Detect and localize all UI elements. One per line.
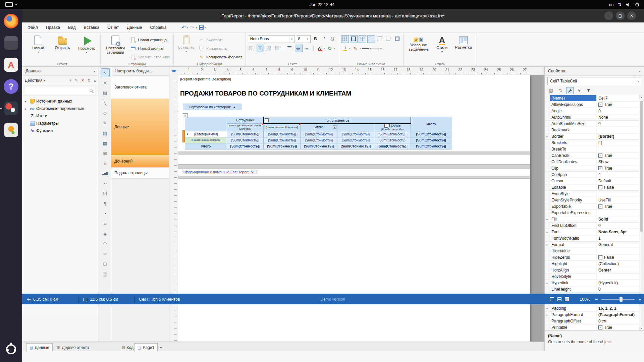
undo-dropdown-icon[interactable]: ▾	[187, 26, 189, 29]
property-value[interactable]: ✓True	[597, 102, 639, 108]
property-row-Bookmark[interactable]: Bookmark	[545, 127, 639, 133]
border-bottom-button[interactable]	[385, 35, 392, 43]
property-row-FirstTabOffset[interactable]: FirstTabOffset0	[545, 223, 639, 229]
dock-item-help[interactable]: ?	[3, 78, 19, 95]
properties-view-icon[interactable]	[566, 87, 574, 94]
preview-dropdown-icon[interactable]: ▾	[86, 52, 87, 54]
property-value[interactable]: [,]	[597, 140, 639, 146]
matrix-sum-cell[interactable]: [Sum(Стоимость)]	[337, 137, 374, 143]
checkbox-icon[interactable]: ✓	[598, 204, 602, 208]
paste-dropdown-icon[interactable]: ▾	[185, 51, 187, 53]
matrix-sum-cell[interactable]: [Sum(Стоимость)]	[227, 131, 264, 137]
property-value[interactable]: Cell7	[597, 95, 639, 101]
line-color-dropdown-icon[interactable]: ▾	[360, 47, 361, 50]
redo-dropdown-icon[interactable]: ▾	[196, 26, 197, 29]
property-value[interactable]: Noto Sans, 8pt	[597, 229, 639, 235]
continuous-view-icon[interactable]	[557, 297, 561, 301]
matrix-total-sum-cell[interactable]: [Sum(Стоимость)]	[337, 143, 374, 149]
property-row-HideZeros[interactable]: HideZerosFalse	[545, 254, 639, 261]
tree-item-variables[interactable]: ▸varСистемные переменные	[22, 105, 99, 112]
categorized-view-icon[interactable]: ▤	[547, 87, 555, 94]
expand-icon[interactable]: ▸	[545, 229, 550, 235]
menu-Справка[interactable]: Справка	[146, 22, 170, 33]
property-row-ParagraphFormat[interactable]: ▸ParagraphFormat(ParagraphFormat)	[545, 312, 639, 318]
barcode-tool[interactable]: |||	[101, 159, 110, 168]
open-report-button[interactable]: Открыть	[51, 35, 74, 60]
valign-center-button[interactable]	[295, 45, 303, 52]
zoom-slider[interactable]	[601, 299, 635, 300]
property-row-Hyperlink[interactable]: ▸Hyperlink(Hyperlink)	[545, 280, 639, 286]
table-tool[interactable]: ▦	[101, 139, 110, 147]
actions-dropdown-icon[interactable]: ▾	[44, 79, 46, 82]
align-center-button[interactable]	[257, 45, 264, 52]
property-row-Padding[interactable]: ▸Padding16, 1, 2, 1	[545, 305, 639, 312]
expand-icon[interactable]: ▸	[545, 216, 550, 222]
matrix-sum-cell[interactable]: [Sum(Стоимость)]	[301, 137, 337, 143]
band-page-footer[interactable]: Подвал страницы	[111, 168, 169, 179]
property-row-AllowExpressions[interactable]: AllowExpressions✓True	[545, 102, 639, 108]
font-size-select[interactable]: 8▾	[296, 35, 311, 43]
matrix-grand-total-header-cell[interactable]: Итого	[411, 117, 451, 131]
property-value[interactable]: 0	[597, 286, 639, 292]
property-value[interactable]	[597, 274, 639, 280]
richtext-tool[interactable]: ¶	[101, 199, 110, 208]
generated-with-link[interactable]: Сформировано с помощью FastReport .NET	[182, 170, 258, 174]
filter-icon[interactable]	[585, 87, 592, 94]
actions-dropdown[interactable]: Действия	[25, 78, 43, 83]
tree-item-functions[interactable]: fxФункции	[22, 127, 99, 134]
report-title-text[interactable]: ПРОДАЖИ ТОВАРОВ ПО СОТРУДНИКАМ И КЛИЕНТА…	[180, 90, 351, 97]
checkbox-icon[interactable]	[598, 255, 602, 259]
menu-Вид[interactable]: Вид	[64, 22, 80, 33]
property-row-Exportable[interactable]: Exportable✓True	[545, 203, 639, 210]
property-value[interactable]: ✓True	[597, 153, 639, 159]
property-value[interactable]: 1	[597, 235, 639, 241]
menu-Правка[interactable]: Правка	[42, 22, 64, 33]
matrix-sum-cell[interactable]: [Sum(Стоимость)]	[264, 131, 301, 137]
matrix-total-sum-cell[interactable]: [Sum(Стоимость)]	[301, 143, 337, 149]
scroll-down-icon[interactable]: ▼	[639, 326, 644, 330]
dock-item-editor[interactable]: A	[3, 57, 19, 73]
tab-code[interactable]: ▤Код	[118, 343, 137, 352]
save-icon[interactable]	[198, 24, 204, 31]
bold-button[interactable]: B	[312, 35, 319, 43]
texture-tool[interactable]: ▒	[101, 269, 110, 278]
property-value[interactable]: Default	[597, 178, 639, 184]
valign-bottom-button[interactable]	[304, 45, 311, 52]
align-left-button[interactable]	[248, 45, 256, 52]
minimize-button[interactable]: –	[604, 11, 613, 20]
collapse-icon[interactable]: −	[265, 118, 269, 122]
matrix-row-total-cell[interactable]: [Sum(Стоимость)]	[411, 131, 451, 137]
property-value[interactable]	[597, 210, 639, 216]
valign-top-button[interactable]	[286, 45, 294, 52]
tab-page1[interactable]: ▢Page1	[134, 343, 158, 352]
expand-icon[interactable]: ▸	[545, 242, 550, 248]
property-value[interactable]: (Hyperlink)	[597, 280, 639, 286]
property-row-AutoShrink[interactable]: AutoShrinkNone	[545, 114, 639, 121]
property-value[interactable]: ✓True	[597, 165, 639, 171]
copy-format-button[interactable]: ✎Копировать формат	[197, 54, 244, 60]
matrix-move-handle[interactable]: +	[183, 113, 187, 118]
band-report-header[interactable]: Заголовок отчета	[111, 76, 169, 99]
property-row-Border[interactable]: ▸Border(Border)	[545, 133, 639, 140]
matrix-sum-cell[interactable]: [Sum(Стоимость)]	[264, 137, 301, 143]
property-row-Printable[interactable]: Printable✓True	[545, 324, 639, 330]
scroll-up-icon[interactable]: ▲	[639, 95, 644, 100]
font-family-dropdown-icon[interactable]: ▾	[289, 36, 294, 43]
menu-Файл[interactable]: Файл	[23, 22, 42, 33]
new-report-dropdown-icon[interactable]: ▾	[38, 51, 39, 53]
dock-item-software[interactable]	[3, 122, 19, 138]
zoom-value[interactable]: 100%	[580, 294, 590, 305]
undo-icon[interactable]: ↶	[181, 24, 187, 31]
property-value[interactable]: UseFill	[597, 197, 639, 203]
menu-Вставка[interactable]: Вставка	[80, 22, 103, 33]
text-rotation-button[interactable]: ↻	[326, 45, 334, 52]
property-row-HorzAlign[interactable]: HorzAlignCenter	[545, 267, 639, 274]
zoom-out-button[interactable]: −	[595, 294, 598, 305]
matrix-category-row-header[interactable]: ▼[КатегорияИмя]	[185, 131, 227, 137]
underline-button[interactable]: U	[329, 35, 337, 43]
matrix-total-sum-cell[interactable]: [Sum(Стоимость)]	[374, 143, 411, 149]
sort-by-category-button[interactable]: Сортировка по категории: ▲	[183, 104, 241, 110]
save-dropdown-icon[interactable]: ▾	[205, 26, 206, 29]
matrix-total-sum-cell[interactable]: [Sum(Стоимость)]	[264, 143, 301, 149]
page-width-view-icon[interactable]	[565, 297, 569, 301]
